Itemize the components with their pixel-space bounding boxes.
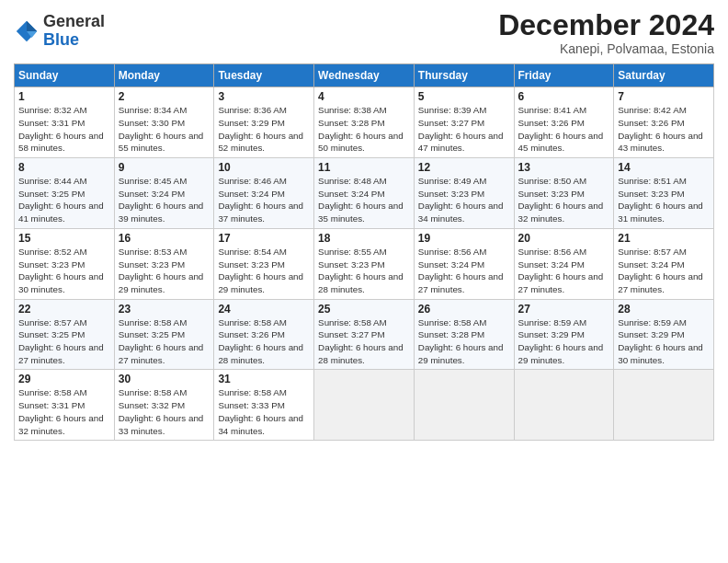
- day-number: 4: [318, 90, 410, 103]
- day-number: 26: [418, 303, 510, 316]
- calendar-cell: 9Sunrise: 8:45 AM Sunset: 3:24 PM Daylig…: [114, 158, 214, 229]
- calendar-cell: [514, 370, 614, 441]
- calendar-cell: 29Sunrise: 8:58 AM Sunset: 3:31 PM Dayli…: [15, 370, 115, 441]
- day-number: 2: [119, 90, 210, 103]
- day-info: Sunrise: 8:41 AM Sunset: 3:26 PM Dayligh…: [518, 104, 610, 155]
- day-number: 30: [119, 373, 210, 385]
- calendar-week-2: 8Sunrise: 8:44 AM Sunset: 3:25 PM Daylig…: [15, 158, 714, 229]
- day-header-wednesday: Wednesday: [314, 64, 415, 87]
- subtitle: Kanepi, Polvamaa, Estonia: [498, 41, 714, 56]
- day-number: 15: [18, 232, 110, 245]
- calendar-cell: 4Sunrise: 8:38 AM Sunset: 3:28 PM Daylig…: [314, 87, 415, 158]
- day-number: 29: [18, 373, 110, 385]
- page: General Blue December 2024 Kanepi, Polva…: [0, 0, 728, 563]
- calendar-cell: 31Sunrise: 8:58 AM Sunset: 3:33 PM Dayli…: [214, 370, 314, 441]
- calendar-cell: 23Sunrise: 8:58 AM Sunset: 3:25 PM Dayli…: [114, 299, 214, 370]
- svg-marker-1: [27, 21, 37, 31]
- day-header-saturday: Saturday: [614, 64, 714, 87]
- day-info: Sunrise: 8:39 AM Sunset: 3:27 PM Dayligh…: [418, 104, 510, 155]
- day-info: Sunrise: 8:45 AM Sunset: 3:24 PM Dayligh…: [119, 175, 210, 225]
- day-info: Sunrise: 8:57 AM Sunset: 3:25 PM Dayligh…: [18, 316, 110, 367]
- day-number: 7: [618, 90, 710, 103]
- day-number: 31: [218, 373, 310, 385]
- day-number: 24: [218, 303, 310, 316]
- month-title: December 2024: [498, 9, 714, 41]
- day-number: 12: [418, 161, 510, 174]
- calendar-cell: 8Sunrise: 8:44 AM Sunset: 3:25 PM Daylig…: [15, 158, 115, 229]
- day-number: 9: [119, 161, 210, 174]
- calendar: SundayMondayTuesdayWednesdayThursdayFrid…: [14, 63, 714, 441]
- day-info: Sunrise: 8:58 AM Sunset: 3:25 PM Dayligh…: [119, 316, 210, 367]
- day-info: Sunrise: 8:59 AM Sunset: 3:29 PM Dayligh…: [618, 316, 710, 367]
- day-info: Sunrise: 8:58 AM Sunset: 3:33 PM Dayligh…: [218, 386, 310, 437]
- calendar-cell: 6Sunrise: 8:41 AM Sunset: 3:26 PM Daylig…: [514, 87, 614, 158]
- calendar-cell: 28Sunrise: 8:59 AM Sunset: 3:29 PM Dayli…: [614, 299, 714, 370]
- title-section: December 2024 Kanepi, Polvamaa, Estonia: [498, 9, 714, 56]
- day-info: Sunrise: 8:44 AM Sunset: 3:25 PM Dayligh…: [18, 175, 110, 225]
- day-info: Sunrise: 8:58 AM Sunset: 3:32 PM Dayligh…: [119, 386, 210, 437]
- calendar-cell: 20Sunrise: 8:56 AM Sunset: 3:24 PM Dayli…: [514, 228, 614, 299]
- calendar-cell: 27Sunrise: 8:59 AM Sunset: 3:29 PM Dayli…: [514, 299, 614, 370]
- day-number: 11: [318, 161, 410, 174]
- day-header-monday: Monday: [114, 64, 214, 87]
- day-header-sunday: Sunday: [15, 64, 115, 87]
- day-info: Sunrise: 8:56 AM Sunset: 3:24 PM Dayligh…: [518, 246, 610, 296]
- day-number: 17: [218, 232, 310, 245]
- day-info: Sunrise: 8:58 AM Sunset: 3:26 PM Dayligh…: [218, 316, 310, 367]
- day-number: 21: [618, 232, 710, 245]
- logo-blue: Blue: [43, 31, 105, 50]
- calendar-cell: 3Sunrise: 8:36 AM Sunset: 3:29 PM Daylig…: [214, 87, 314, 158]
- day-info: Sunrise: 8:58 AM Sunset: 3:31 PM Dayligh…: [18, 386, 110, 437]
- day-info: Sunrise: 8:51 AM Sunset: 3:23 PM Dayligh…: [618, 175, 710, 225]
- day-info: Sunrise: 8:59 AM Sunset: 3:29 PM Dayligh…: [518, 316, 610, 367]
- day-info: Sunrise: 8:38 AM Sunset: 3:28 PM Dayligh…: [318, 104, 410, 155]
- day-number: 23: [119, 303, 210, 316]
- logo-text: General Blue: [43, 13, 105, 50]
- calendar-cell: 2Sunrise: 8:34 AM Sunset: 3:30 PM Daylig…: [114, 87, 214, 158]
- header: General Blue December 2024 Kanepi, Polva…: [14, 9, 714, 56]
- calendar-cell: 5Sunrise: 8:39 AM Sunset: 3:27 PM Daylig…: [414, 87, 514, 158]
- day-number: 13: [518, 161, 610, 174]
- day-info: Sunrise: 8:56 AM Sunset: 3:24 PM Dayligh…: [418, 246, 510, 296]
- day-number: 5: [418, 90, 510, 103]
- day-info: Sunrise: 8:49 AM Sunset: 3:23 PM Dayligh…: [418, 175, 510, 225]
- day-info: Sunrise: 8:58 AM Sunset: 3:28 PM Dayligh…: [418, 316, 510, 367]
- day-info: Sunrise: 8:46 AM Sunset: 3:24 PM Dayligh…: [218, 175, 310, 225]
- calendar-cell: [314, 370, 415, 441]
- calendar-cell: 12Sunrise: 8:49 AM Sunset: 3:23 PM Dayli…: [414, 158, 514, 229]
- day-number: 20: [518, 232, 610, 245]
- day-number: 10: [218, 161, 310, 174]
- day-number: 3: [218, 90, 310, 103]
- calendar-cell: 15Sunrise: 8:52 AM Sunset: 3:23 PM Dayli…: [15, 228, 115, 299]
- day-info: Sunrise: 8:52 AM Sunset: 3:23 PM Dayligh…: [18, 246, 110, 296]
- calendar-cell: 26Sunrise: 8:58 AM Sunset: 3:28 PM Dayli…: [414, 299, 514, 370]
- day-number: 1: [18, 90, 110, 103]
- day-header-thursday: Thursday: [414, 64, 514, 87]
- day-header-tuesday: Tuesday: [214, 64, 314, 87]
- logo: General Blue: [14, 13, 105, 50]
- calendar-cell: [614, 370, 714, 441]
- day-info: Sunrise: 8:55 AM Sunset: 3:23 PM Dayligh…: [318, 246, 410, 296]
- day-number: 18: [318, 232, 410, 245]
- day-info: Sunrise: 8:42 AM Sunset: 3:26 PM Dayligh…: [618, 104, 710, 155]
- calendar-cell: 11Sunrise: 8:48 AM Sunset: 3:24 PM Dayli…: [314, 158, 415, 229]
- day-number: 6: [518, 90, 610, 103]
- day-info: Sunrise: 8:54 AM Sunset: 3:23 PM Dayligh…: [218, 246, 310, 296]
- day-info: Sunrise: 8:53 AM Sunset: 3:23 PM Dayligh…: [119, 246, 210, 296]
- day-header-friday: Friday: [514, 64, 614, 87]
- calendar-cell: 14Sunrise: 8:51 AM Sunset: 3:23 PM Dayli…: [614, 158, 714, 229]
- calendar-week-4: 22Sunrise: 8:57 AM Sunset: 3:25 PM Dayli…: [15, 299, 714, 370]
- calendar-cell: 25Sunrise: 8:58 AM Sunset: 3:27 PM Dayli…: [314, 299, 415, 370]
- day-number: 8: [18, 161, 110, 174]
- logo-general: General: [43, 13, 105, 31]
- day-info: Sunrise: 8:48 AM Sunset: 3:24 PM Dayligh…: [318, 175, 410, 225]
- calendar-cell: 1Sunrise: 8:32 AM Sunset: 3:31 PM Daylig…: [15, 87, 115, 158]
- calendar-header-row: SundayMondayTuesdayWednesdayThursdayFrid…: [15, 64, 714, 87]
- day-number: 25: [318, 303, 410, 316]
- day-info: Sunrise: 8:50 AM Sunset: 3:23 PM Dayligh…: [518, 175, 610, 225]
- day-number: 28: [618, 303, 710, 316]
- calendar-cell: 21Sunrise: 8:57 AM Sunset: 3:24 PM Dayli…: [614, 228, 714, 299]
- calendar-cell: 7Sunrise: 8:42 AM Sunset: 3:26 PM Daylig…: [614, 87, 714, 158]
- day-info: Sunrise: 8:57 AM Sunset: 3:24 PM Dayligh…: [618, 246, 710, 296]
- calendar-cell: 24Sunrise: 8:58 AM Sunset: 3:26 PM Dayli…: [214, 299, 314, 370]
